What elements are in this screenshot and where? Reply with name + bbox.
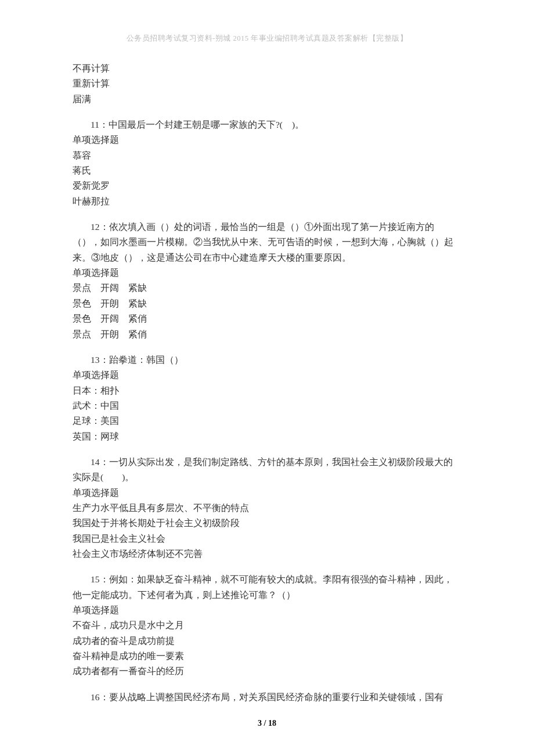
option-item: 届满 bbox=[73, 92, 461, 107]
option-item: 景点 开阔 紧缺 bbox=[73, 280, 461, 296]
question-text: 要从战略上调整国民经济布局，对关系国民经济命脉的重要行业和关键领域，国有 bbox=[109, 692, 443, 702]
question-number: 14 bbox=[91, 457, 100, 467]
page-footer: 3 / 18 bbox=[0, 719, 534, 728]
option-item: 不奋斗，成功只是水中之月 bbox=[73, 618, 461, 633]
question-stem: 14：一切从实际出发，是我们制定路线、方针的基本原则，我国社会主义初级阶段最大的… bbox=[73, 455, 461, 485]
question-stem: 12：依次填入画（）处的词语，最恰当的一组是（）①外面出现了第一片接近南方的（）… bbox=[73, 219, 461, 265]
question-number: 13 bbox=[91, 355, 100, 365]
option-item: 社会主义市场经济体制还不完善 bbox=[73, 546, 461, 561]
document-page: 公务员招聘考试复习资料-朔城 2015 年事业编招聘考试真题及答案解析【完整版】… bbox=[0, 0, 534, 756]
document-body: 不再计算 重新计算 届满 11：中国最后一个封建王朝是哪一家族的天下?( )。 … bbox=[73, 61, 461, 705]
question-text: 中国最后一个封建王朝是哪一家族的天下?( )。 bbox=[109, 120, 304, 129]
question-type: 单项选择题 bbox=[73, 485, 461, 501]
question-16: 16：要从战略上调整国民经济布局，对关系国民经济命脉的重要行业和关键领域，国有 bbox=[73, 690, 461, 705]
question-text: 一切从实际出发，是我们制定路线、方针的基本原则，我国社会主义初级阶段最大的实际是… bbox=[73, 457, 453, 482]
option-item: 成功者都有一番奋斗的经历 bbox=[73, 664, 461, 679]
option-item: 我国处于并将长期处于社会主义初级阶段 bbox=[73, 516, 461, 531]
question-13: 13：跆拳道：韩国（） 单项选择题 日本：相扑 武术：中国 足球：美国 英国：网… bbox=[73, 352, 461, 444]
question-number: 16 bbox=[91, 692, 100, 702]
question-type: 单项选择题 bbox=[73, 368, 461, 383]
option-item: 景点 开朗 紧俏 bbox=[73, 327, 461, 342]
question-stem: 11：中国最后一个封建王朝是哪一家族的天下?( )。 bbox=[73, 117, 461, 132]
option-item: 生产力水平低且具有多层次、不平衡的特点 bbox=[73, 501, 461, 516]
option-item: 景色 开朗 紧缺 bbox=[73, 296, 461, 311]
question-12: 12：依次填入画（）处的词语，最恰当的一组是（）①外面出现了第一片接近南方的（）… bbox=[73, 219, 461, 342]
question-number: 15 bbox=[91, 574, 100, 584]
option-item: 足球：美国 bbox=[73, 413, 461, 429]
option-item: 武术：中国 bbox=[73, 398, 461, 413]
option-item: 爱新觉罗 bbox=[73, 178, 461, 193]
option-item: 成功者的奋斗是成功前提 bbox=[73, 633, 461, 649]
option-item: 慕容 bbox=[73, 148, 461, 163]
page-number-current: 3 bbox=[258, 719, 262, 728]
question-stem: 15：例如：如果缺乏奋斗精神，就不可能有较大的成就。李阳有很强的奋斗精神，因此，… bbox=[73, 572, 461, 603]
question-type: 单项选择题 bbox=[73, 603, 461, 618]
page-header: 公务员招聘考试复习资料-朔城 2015 年事业编招聘考试真题及答案解析【完整版】 bbox=[73, 34, 461, 44]
option-item: 日本：相扑 bbox=[73, 383, 461, 398]
page-number-total: 18 bbox=[268, 719, 276, 728]
option-item: 景色 开阔 紧俏 bbox=[73, 311, 461, 326]
orphan-options-block: 不再计算 重新计算 届满 bbox=[73, 61, 461, 107]
option-item: 叶赫那拉 bbox=[73, 194, 461, 209]
question-14: 14：一切从实际出发，是我们制定路线、方针的基本原则，我国社会主义初级阶段最大的… bbox=[73, 455, 461, 561]
page-number-sep: / bbox=[262, 719, 268, 728]
question-text: 依次填入画（）处的词语，最恰当的一组是（）①外面出现了第一片接近南方的（），如同… bbox=[73, 222, 453, 262]
option-item: 奋斗精神是成功的唯一要素 bbox=[73, 649, 461, 664]
question-number: 11 bbox=[91, 120, 99, 129]
question-stem: 13：跆拳道：韩国（） bbox=[73, 352, 461, 368]
option-item: 英国：网球 bbox=[73, 429, 461, 444]
option-item: 重新计算 bbox=[73, 76, 461, 91]
option-item: 我国已是社会主义社会 bbox=[73, 531, 461, 546]
option-item: 不再计算 bbox=[73, 61, 461, 76]
question-stem: 16：要从战略上调整国民经济布局，对关系国民经济命脉的重要行业和关键领域，国有 bbox=[73, 690, 461, 705]
question-15: 15：例如：如果缺乏奋斗精神，就不可能有较大的成就。李阳有很强的奋斗精神，因此，… bbox=[73, 572, 461, 679]
question-number: 12 bbox=[91, 222, 100, 232]
question-type: 单项选择题 bbox=[73, 132, 461, 147]
question-type: 单项选择题 bbox=[73, 265, 461, 280]
option-item: 蒋氏 bbox=[73, 163, 461, 178]
question-text: 跆拳道：韩国（） bbox=[109, 355, 183, 365]
question-text: 例如：如果缺乏奋斗精神，就不可能有较大的成就。李阳有很强的奋斗精神，因此，他一定… bbox=[73, 574, 453, 599]
question-11: 11：中国最后一个封建王朝是哪一家族的天下?( )。 单项选择题 慕容 蒋氏 爱… bbox=[73, 117, 461, 209]
